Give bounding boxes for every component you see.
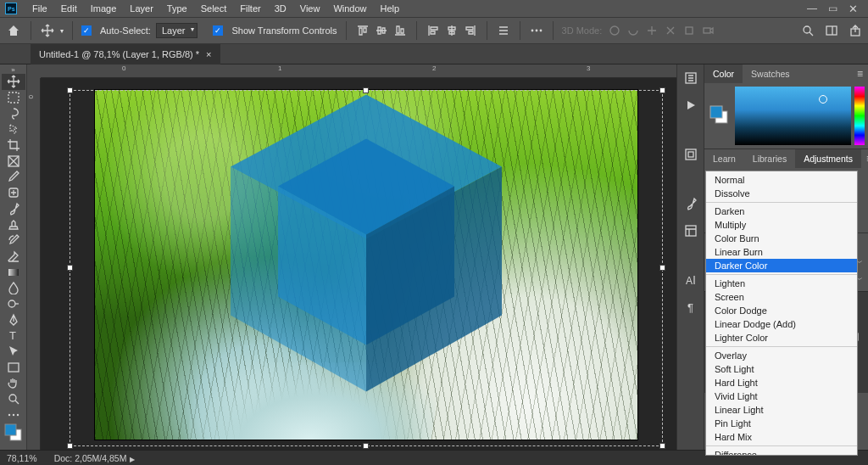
hue-slider[interactable] [854,87,865,145]
blend-mode-option[interactable]: Multiply [706,218,857,232]
blend-mode-option[interactable]: Difference [706,448,857,456]
transform-handle[interactable] [659,87,665,93]
window-close-button[interactable]: ✕ [843,3,863,15]
home-button[interactable] [5,22,22,39]
color-swatch-fgbg[interactable] [3,423,24,446]
transform-handle[interactable] [67,443,73,449]
workspace-icon[interactable] [824,23,839,38]
blend-mode-option[interactable]: Darker Color [706,259,857,272]
align-hcenter-icon[interactable] [444,23,459,38]
blend-mode-option[interactable]: Linear Light [706,403,857,417]
character-panel-icon[interactable]: A [682,272,699,289]
blend-mode-option[interactable]: Hard Mix [706,430,857,444]
hand-tool[interactable] [2,375,25,391]
blend-mode-option[interactable]: Normal [706,173,857,187]
actions-panel-icon[interactable] [682,97,699,114]
align-right-icon[interactable] [463,23,478,38]
path-select-tool[interactable] [2,344,25,360]
clone-stamp-tool[interactable] [2,216,25,232]
blend-mode-option[interactable]: Color Burn [706,232,857,245]
blend-mode-option[interactable]: Lighten [706,277,857,290]
eraser-tool[interactable] [2,249,25,265]
blend-mode-option[interactable]: Pin Light [706,417,857,430]
marquee-tool[interactable] [2,90,25,106]
transform-handle[interactable] [67,87,73,93]
zoom-tool[interactable] [2,391,25,407]
blend-mode-option[interactable]: Dissolve [706,187,857,200]
crop-tool[interactable] [2,137,25,154]
blend-mode-dropdown[interactable]: NormalDissolveDarkenMultiplyColor BurnLi… [705,171,858,456]
dodge-tool[interactable] [2,296,25,312]
align-left-icon[interactable] [426,23,441,38]
transform-handle[interactable] [363,443,369,449]
blend-mode-option[interactable]: Hard Light [706,376,857,389]
healing-brush-tool[interactable] [2,185,25,201]
blend-mode-option[interactable]: Darken [706,204,857,218]
panel-menu-icon[interactable]: ≡ [852,68,868,80]
blend-mode-option[interactable]: Overlay [706,349,857,362]
paragraph-panel-icon[interactable]: ¶ [682,299,699,316]
auto-select-dropdown[interactable]: Layer [156,23,198,38]
show-transform-checkbox[interactable]: ✓ [213,25,223,36]
gradient-tool[interactable] [2,264,25,280]
menu-type[interactable]: Type [160,0,194,17]
menu-edit[interactable]: Edit [54,0,84,17]
share-icon[interactable] [848,23,863,38]
lasso-tool[interactable] [2,105,25,121]
color-spectrum[interactable] [735,87,851,145]
search-icon[interactable] [800,23,815,38]
menu-image[interactable]: Image [84,0,124,17]
close-tab-icon[interactable]: × [206,49,211,59]
panel-menu-icon[interactable]: ≡ [861,153,868,165]
brush-tool[interactable] [2,201,25,217]
more-options-icon[interactable] [529,23,544,38]
rectangle-tool[interactable] [2,359,25,375]
zoom-readout[interactable]: 78,11% [7,453,37,463]
swatches-tab[interactable]: Swatches [743,64,798,83]
blend-mode-option[interactable]: Lighter Color [706,331,857,345]
menu-layer[interactable]: Layer [123,0,160,17]
canvas-area[interactable]: 0 1 2 3 0 [27,64,676,450]
menu-filter[interactable]: Filter [233,0,267,17]
blend-mode-option[interactable]: Vivid Light [706,389,857,403]
doc-size-readout[interactable]: Doc: 2,05M/4,85M▶ [54,453,136,463]
quick-select-tool[interactable] [2,121,25,137]
menu-window[interactable]: Window [326,0,373,17]
transform-handle[interactable] [659,265,665,271]
align-top-icon[interactable] [355,23,370,38]
color-fgbg-swatch[interactable] [709,105,730,129]
color-tab[interactable]: Color [704,64,743,83]
menu-help[interactable]: Help [374,0,407,17]
brushes-panel-icon[interactable] [682,195,699,212]
auto-select-checkbox[interactable]: ✓ [81,25,92,36]
move-tool[interactable] [2,74,25,90]
blur-tool[interactable] [2,280,25,296]
learn-tab[interactable]: Learn [704,149,744,168]
blend-mode-option[interactable]: Color Dodge [706,304,857,317]
properties-panel-icon[interactable] [682,146,699,163]
menu-file[interactable]: File [25,0,54,17]
blend-mode-option[interactable]: Screen [706,290,857,304]
blend-mode-option[interactable]: Linear Burn [706,245,857,259]
transform-handle[interactable] [67,265,73,271]
menu-select[interactable]: Select [194,0,234,17]
transform-handle[interactable] [659,443,665,449]
adjustments-tab[interactable]: Adjustments [795,149,861,168]
history-panel-icon[interactable] [682,70,699,87]
pen-tool[interactable] [2,311,25,328]
frame-tool[interactable] [2,153,25,169]
toolbar-collapse-icon[interactable]: » [11,66,14,74]
blend-mode-option[interactable]: Soft Light [706,362,857,376]
document-tab[interactable]: Untitled-1 @ 78,1% (Layer 1, RGB/8) * × [31,44,220,64]
type-tool[interactable]: T [2,328,25,344]
align-vcenter-icon[interactable] [374,23,389,38]
menu-3d[interactable]: 3D [268,0,293,17]
blend-mode-option[interactable]: Linear Dodge (Add) [706,317,857,331]
libraries-tab[interactable]: Libraries [744,149,795,168]
brush-settings-panel-icon[interactable] [682,222,699,239]
distribute-icon[interactable] [496,23,511,38]
color-picker-ring[interactable] [819,95,827,104]
menu-view[interactable]: View [293,0,327,17]
window-minimize-button[interactable]: — [802,3,822,14]
eyedropper-tool[interactable] [2,169,25,185]
